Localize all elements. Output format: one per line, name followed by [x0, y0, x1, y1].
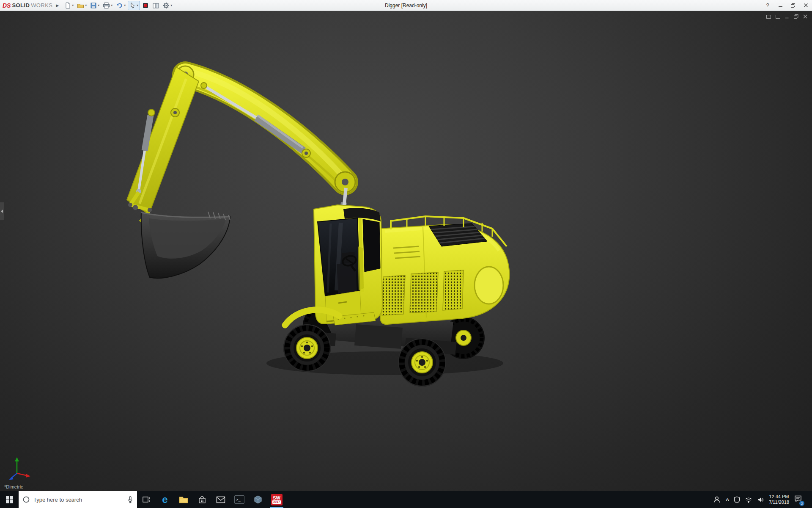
open-folder-icon	[77, 2, 84, 9]
save-button[interactable]: ▾	[89, 1, 101, 10]
taskbar-search[interactable]	[19, 491, 137, 508]
doc-close-icon[interactable]	[803, 14, 808, 19]
mail-button[interactable]	[211, 491, 230, 508]
menu-expand-arrow[interactable]: ▶	[56, 3, 59, 8]
cube-icon	[253, 495, 263, 504]
network-icon[interactable]	[745, 497, 752, 503]
restore-button[interactable]	[787, 0, 799, 11]
cortana-circle-icon	[22, 496, 30, 503]
task-view-button[interactable]	[137, 491, 156, 508]
front-left-wheel[interactable]	[283, 324, 331, 372]
file-explorer-icon	[178, 495, 189, 504]
print-button[interactable]: ▾	[102, 1, 114, 10]
new-document-button[interactable]: ▾	[63, 1, 75, 10]
people-icon[interactable]	[713, 496, 721, 503]
titlebar: DS SOLID WORKS ▶ ▾ ▾ ▾ ▾	[0, 0, 812, 11]
printer-icon	[103, 2, 110, 9]
brand-solid: SOLID	[12, 2, 30, 8]
microphone-icon[interactable]	[127, 496, 133, 503]
dock-window-icon[interactable]	[775, 14, 781, 19]
settings-button[interactable]: ▾	[162, 1, 173, 10]
notification-badge: 2	[799, 501, 804, 506]
file-explorer-button[interactable]	[174, 491, 193, 508]
brand-works: WORKS	[31, 2, 52, 8]
print-caret[interactable]: ▾	[111, 3, 112, 7]
resource-monitor-icon	[142, 2, 149, 9]
rear-left-wheel[interactable]	[398, 338, 446, 387]
task-view-icon	[142, 496, 151, 503]
graphics-viewport[interactable]: *Dimetric	[0, 11, 812, 491]
ds-logo: DS	[3, 2, 11, 9]
save-caret[interactable]: ▾	[98, 3, 99, 7]
select-tool-button[interactable]: ▾	[128, 1, 140, 10]
close-button[interactable]	[799, 0, 812, 11]
hidden-icons-chevron[interactable]: ^	[726, 497, 729, 503]
collapse-arrow-icon	[1, 210, 3, 213]
sw-year-label: 2017	[272, 500, 281, 504]
system-tray: ^ 12:44 PM 7/11/2018 2	[713, 491, 812, 508]
excavator-cab[interactable]	[314, 205, 382, 324]
start-button[interactable]	[0, 491, 19, 508]
document-window-controls	[766, 14, 808, 19]
store-bag-icon	[198, 495, 206, 504]
open-document-button[interactable]: ▾	[76, 1, 88, 10]
security-shield-icon[interactable]	[734, 496, 740, 503]
clock-date: 7/11/2018	[769, 500, 789, 505]
panel-collapse-tab[interactable]	[0, 202, 4, 220]
help-button[interactable]: ?	[761, 0, 774, 11]
sw-label: SW	[273, 495, 280, 500]
resource-monitor-button[interactable]	[141, 1, 150, 10]
action-center-button[interactable]: 2	[794, 495, 802, 504]
solidworks-window: DS SOLID WORKS ▶ ▾ ▾ ▾ ▾	[0, 0, 812, 508]
side-vent-panels	[382, 270, 464, 315]
restore-icon	[790, 3, 796, 8]
undo-button[interactable]: ▾	[115, 1, 127, 10]
windows-taskbar: e >_ SW 2017 ^ 1	[0, 491, 812, 508]
solidworks-app-icon: SW 2017	[271, 494, 283, 505]
excavator-body[interactable]	[380, 216, 509, 324]
solidworks-logo: DS SOLID WORKS	[3, 2, 52, 9]
excavator-bucket[interactable]	[141, 212, 230, 278]
undo-caret[interactable]: ▾	[124, 3, 126, 7]
close-icon	[804, 3, 808, 8]
taskbar-clock[interactable]: 12:44 PM 7/11/2018	[769, 494, 789, 505]
select-tool-caret[interactable]: ▾	[137, 3, 138, 7]
3d-app-button[interactable]	[249, 491, 267, 508]
new-document-caret[interactable]: ▾	[72, 3, 74, 7]
open-document-caret[interactable]: ▾	[85, 3, 87, 7]
mail-icon	[216, 496, 225, 503]
reference-book-icon	[152, 2, 159, 9]
minimize-icon	[778, 3, 783, 8]
reference-book-button[interactable]	[151, 1, 161, 10]
document-title: Digger [Read-only]	[385, 3, 427, 8]
select-cursor-icon	[129, 2, 136, 9]
excavator-boom-assembly[interactable]	[127, 66, 355, 222]
search-input[interactable]	[33, 497, 124, 503]
minimize-button[interactable]	[774, 0, 787, 11]
save-floppy-icon	[90, 2, 97, 9]
new-document-icon	[64, 2, 71, 9]
undo-arrow-icon	[116, 2, 123, 9]
view-orientation-label: *Dimetric	[4, 484, 23, 489]
edge-icon: e	[162, 494, 167, 505]
solidworks-app-button[interactable]: SW 2017	[267, 491, 286, 508]
clock-time: 12:44 PM	[769, 494, 789, 500]
gear-icon	[163, 2, 170, 9]
volume-icon[interactable]	[757, 497, 764, 503]
doc-restore-icon[interactable]	[793, 14, 799, 19]
windows-logo-icon	[6, 496, 13, 503]
float-window-icon[interactable]	[766, 14, 771, 19]
window-controls: ?	[761, 0, 812, 11]
3d-scene-canvas[interactable]	[0, 11, 812, 491]
quick-access-toolbar: ▾ ▾ ▾ ▾ ▾ ▾	[63, 1, 173, 10]
settings-caret[interactable]: ▾	[170, 3, 172, 7]
terminal-button[interactable]: >_	[230, 491, 249, 508]
edge-button[interactable]: e	[156, 491, 174, 508]
doc-minimize-icon[interactable]	[785, 14, 790, 19]
store-button[interactable]	[193, 491, 211, 508]
terminal-icon: >_	[234, 495, 244, 504]
orientation-triad	[6, 455, 33, 481]
